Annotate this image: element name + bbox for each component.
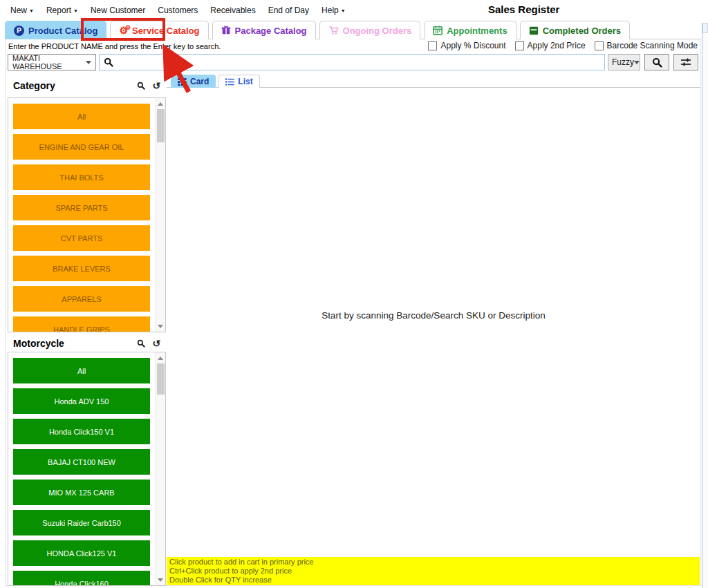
page-scroll-up-button[interactable] — [702, 23, 708, 33]
warehouse-selected-value: MAKATI WAREHOUSE — [12, 54, 86, 70]
tab-label: Appointments — [447, 26, 507, 36]
catalog-tabbar: P Product Catalog ⚙⚙ Service Catalog Pac… — [5, 21, 630, 39]
motorcycle-button[interactable]: Suzuki Raider Carb150 — [13, 510, 150, 535]
tab-label: Product Catalog — [28, 26, 97, 36]
category-button[interactable]: HANDLE GRIPS — [13, 316, 150, 332]
scroll-down-icon[interactable] — [156, 575, 165, 585]
tab-product-catalog[interactable]: P Product Catalog — [5, 21, 106, 39]
checkbox-label: Apply % Discount — [440, 41, 505, 50]
scroll-up-icon[interactable] — [156, 99, 165, 108]
page-title: Sales Register — [488, 3, 559, 15]
scrollbar-thumb[interactable] — [157, 109, 165, 142]
tab-appointments[interactable]: Appointments — [424, 21, 516, 39]
tip-line: Double Click for QTY increase — [169, 576, 697, 585]
category-title: Category — [13, 80, 55, 91]
search-toolbar: MAKATI WAREHOUSE Fuzzy — [8, 54, 698, 70]
view-tab-list[interactable]: List — [218, 75, 259, 88]
view-tab-label: Card — [190, 77, 209, 86]
gears-icon: ⚙⚙ — [119, 26, 128, 35]
category-button[interactable]: BRAKE LEVERS — [13, 256, 150, 281]
search-button[interactable] — [644, 54, 669, 70]
chevron-down-icon: ▼ — [73, 8, 78, 13]
content-panel: Enter the PRODUCT NAME and press the Ent… — [5, 39, 701, 586]
empty-state-message: Start by scanning Barcode/Search SKU or … — [167, 310, 700, 321]
checkbox-apply-2nd-price[interactable]: Apply 2nd Price — [515, 41, 586, 50]
list-icon — [225, 78, 234, 86]
page-scrollbar[interactable] — [702, 23, 708, 588]
match-mode-value: Fuzzy — [612, 57, 634, 67]
motorcycle-button[interactable]: All — [13, 358, 150, 383]
tab-label: Ongoing Orders — [343, 26, 412, 36]
category-scrollbar[interactable] — [155, 98, 165, 332]
package-icon — [221, 26, 231, 35]
match-mode-select[interactable]: Fuzzy — [608, 54, 640, 70]
tab-label: Completed Orders — [543, 26, 621, 36]
calendar-icon — [433, 26, 442, 35]
view-mode-tabs: Card List — [171, 75, 260, 88]
tip-line: Click product to add in cart in primary … — [169, 558, 697, 567]
motorcycle-refresh-icon[interactable]: ↺ — [152, 339, 160, 348]
option-checkboxes: Apply % Discount Apply 2nd Price Barcode… — [428, 41, 698, 50]
sales-register-window: New▼ Report▼ New Customer Customers Rece… — [0, 0, 708, 588]
search-icon — [652, 57, 662, 68]
category-button[interactable]: All — [13, 104, 150, 129]
motorcycle-title: Motorcycle — [13, 338, 64, 349]
motorcycle-search-icon[interactable] — [137, 339, 145, 348]
checkbox-apply-discount[interactable]: Apply % Discount — [428, 41, 505, 50]
chevron-down-icon — [86, 61, 91, 64]
motorcycle-scrollbar[interactable] — [155, 352, 165, 585]
search-field-wrap — [99, 54, 605, 70]
category-header: Category ↺ — [8, 78, 166, 93]
category-button[interactable]: APPARELS — [13, 286, 150, 312]
menu-end-of-day[interactable]: End of Day — [263, 4, 314, 17]
category-button[interactable]: CVT PARTS — [13, 225, 150, 251]
sliders-icon — [680, 57, 691, 67]
tab-package-catalog[interactable]: Package Catalog — [212, 21, 316, 39]
checkbox-icon[interactable] — [515, 41, 524, 50]
menu-report[interactable]: Report▼ — [41, 4, 83, 17]
motorcycle-list: All Honda ADV 150 Honda Click150 V1 BAJA… — [8, 352, 166, 586]
archive-icon — [529, 26, 539, 35]
menu-new[interactable]: New▼ — [6, 4, 39, 17]
filter-settings-button[interactable] — [673, 54, 698, 70]
menu-receivables[interactable]: Receivables — [205, 4, 260, 17]
menu-customers[interactable]: Customers — [153, 4, 203, 17]
scroll-down-icon[interactable] — [156, 321, 165, 331]
category-search-icon[interactable] — [137, 82, 145, 90]
motorcycle-button[interactable]: HONDA Click125 V1 — [13, 540, 150, 566]
motorcycle-button[interactable]: Honda ADV 150 — [13, 388, 150, 414]
motorcycle-button[interactable]: Honda Click150 V1 — [13, 419, 150, 444]
chevron-down-icon: ▼ — [341, 8, 346, 13]
footer-tips-banner: Click product to add in cart in primary … — [167, 557, 700, 585]
category-button[interactable]: ENGINE AND GEAR OIL — [13, 134, 150, 160]
tab-label: Package Catalog — [235, 26, 307, 36]
category-button[interactable]: SPARE PARTS — [13, 195, 150, 220]
motorcycle-header: Motorcycle ↺ — [8, 336, 166, 351]
warehouse-select[interactable]: MAKATI WAREHOUSE — [8, 54, 96, 70]
menu-help[interactable]: Help▼ — [317, 4, 351, 17]
search-instruction: Enter the PRODUCT NAME and press the Ent… — [8, 42, 221, 50]
tab-completed-orders[interactable]: Completed Orders — [520, 21, 630, 39]
checkbox-icon[interactable] — [428, 41, 437, 50]
checkbox-label: Apply 2nd Price — [528, 41, 586, 50]
checkbox-label: Barcode Scanning Mode — [607, 41, 698, 50]
menu-new-customer[interactable]: New Customer — [86, 4, 150, 17]
search-icon — [104, 57, 113, 67]
tab-service-catalog[interactable]: ⚙⚙ Service Catalog — [110, 21, 208, 39]
scrollbar-thumb[interactable] — [157, 363, 165, 395]
tab-ongoing-orders[interactable]: Ongoing Orders — [319, 21, 421, 39]
category-button[interactable]: THAI BOLTS — [13, 164, 150, 190]
view-tab-label: List — [238, 77, 252, 86]
view-tab-card[interactable]: Card — [171, 75, 216, 88]
category-refresh-icon[interactable]: ↺ — [152, 81, 160, 91]
motorcycle-button[interactable]: MIO MX 125 CARB — [13, 480, 150, 505]
scroll-up-icon[interactable] — [156, 353, 165, 363]
cart-icon — [328, 26, 339, 35]
motorcycle-button[interactable]: BAJAJ CT100 NEW — [13, 449, 150, 475]
checkbox-barcode-mode[interactable]: Barcode Scanning Mode — [595, 41, 698, 50]
product-search-input[interactable] — [118, 55, 604, 70]
checkbox-icon[interactable] — [595, 41, 604, 50]
category-list: All ENGINE AND GEAR OIL THAI BOLTS SPARE… — [8, 97, 166, 332]
motorcycle-button[interactable]: Honda Click160 — [13, 571, 150, 586]
menubar: New▼ Report▼ New Customer Customers Rece… — [6, 4, 351, 17]
